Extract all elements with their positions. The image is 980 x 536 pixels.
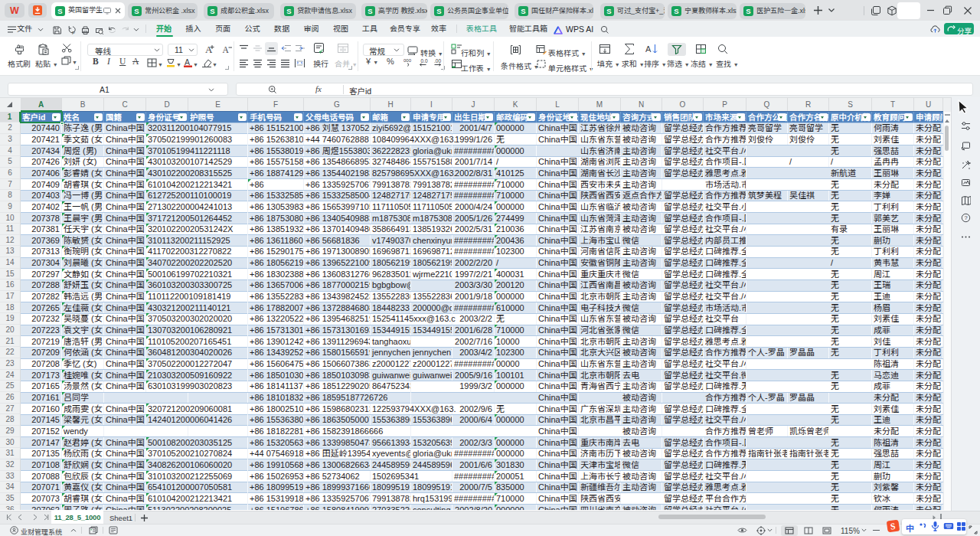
svg-text:000: 000	[403, 58, 412, 63]
svg-text:?: ?	[964, 214, 967, 221]
svg-text:A: A	[185, 57, 190, 67]
svg-text:W: W	[10, 5, 19, 16]
svg-text:A: A	[223, 45, 230, 54]
svg-text:.00: .00	[434, 58, 441, 64]
svg-text:A: A	[645, 44, 652, 54]
svg-text:0.0: 0.0	[421, 58, 428, 64]
svg-text:P: P	[72, 31, 75, 35]
